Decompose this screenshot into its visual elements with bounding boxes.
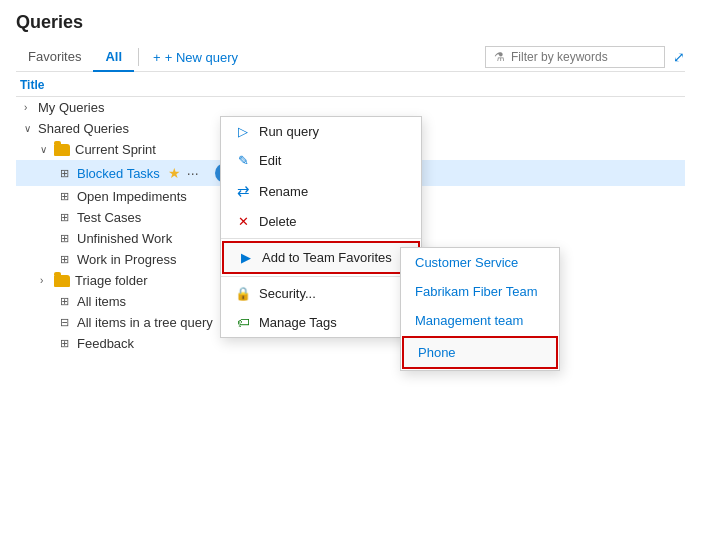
tree-row[interactable]: › My Queries [16, 97, 685, 118]
menu-item-label: Add to Team Favorites [262, 250, 392, 265]
folder-icon [54, 144, 70, 156]
new-query-button[interactable]: + + New query [143, 45, 248, 70]
menu-item-label: Delete [259, 214, 297, 229]
rename-icon: ⇄ [235, 182, 251, 200]
submenu-item-management-team[interactable]: Management team [401, 306, 559, 335]
tags-icon: 🏷 [235, 315, 251, 330]
tab-all[interactable]: All [93, 43, 134, 72]
menu-item-run-query[interactable]: ▷ Run query [221, 117, 421, 146]
blocked-tasks-label[interactable]: Blocked Tasks [77, 166, 160, 181]
lock-icon: 🔒 [235, 286, 251, 301]
submenu-item-customer-service[interactable]: Customer Service [401, 248, 559, 277]
delete-icon: ✕ [235, 214, 251, 229]
star-icon[interactable]: ★ [168, 165, 181, 181]
query-icon: ⊞ [56, 190, 72, 204]
tree-item-label: My Queries [38, 100, 104, 115]
menu-divider [221, 276, 421, 277]
menu-item-label: Security... [259, 286, 316, 301]
plus-icon: + [153, 50, 161, 65]
tree-item-label: All items in a tree query [77, 315, 213, 330]
context-menu: ▷ Run query ✎ Edit ⇄ Rename ✕ Delete ▶ A… [220, 116, 422, 338]
edit-icon: ✎ [235, 153, 251, 168]
tree-item-label: Test Cases [77, 210, 141, 225]
page-title: Queries [16, 12, 685, 33]
new-query-label: + New query [165, 50, 238, 65]
tree-item-label: Unfinished Work [77, 231, 172, 246]
menu-item-rename[interactable]: ⇄ Rename [221, 175, 421, 207]
menu-item-label: Rename [259, 184, 308, 199]
more-options-icon[interactable]: ··· [187, 165, 199, 181]
query-icon: ⊞ [56, 211, 72, 225]
row-actions: ★ ··· [168, 165, 199, 181]
menu-item-delete[interactable]: ✕ Delete [221, 207, 421, 236]
submenu-arrow-icon: ▶ [238, 250, 254, 265]
query-icon: ⊞ [56, 232, 72, 246]
tree-item-label: All items [77, 294, 126, 309]
tree-item-label: Work in Progress [77, 252, 176, 267]
expand-icon[interactable]: ⤢ [673, 49, 685, 65]
menu-item-label: Edit [259, 153, 281, 168]
query-icon: ⊞ [56, 295, 72, 309]
tab-divider [138, 48, 139, 66]
tabs-bar: Favorites All + + New query ⚗ ⤢ [16, 43, 685, 72]
submenu-item-phone[interactable]: Phone [402, 336, 558, 369]
filter-input-wrap: ⚗ [485, 46, 665, 68]
menu-item-add-to-team-favorites[interactable]: ▶ Add to Team Favorites › [222, 241, 420, 274]
chevron-down-icon: ∨ [24, 123, 38, 134]
folder-icon [54, 275, 70, 287]
filter-icon: ⚗ [494, 50, 505, 64]
menu-item-label: Manage Tags [259, 315, 337, 330]
submenu: Customer Service Fabrikam Fiber Team Man… [400, 247, 560, 371]
tree-item-label: Triage folder [75, 273, 148, 288]
query-icon: ⊞ [56, 337, 72, 351]
query-tree-icon: ⊟ [56, 316, 72, 330]
tree-item-label: Shared Queries [38, 121, 129, 136]
submenu-item-fabrikam[interactable]: Fabrikam Fiber Team [401, 277, 559, 306]
menu-item-label: Run query [259, 124, 319, 139]
filter-area: ⚗ ⤢ [485, 46, 685, 68]
tree-item-label: Current Sprint [75, 142, 156, 157]
page-container: Queries Favorites All + + New query ⚗ ⤢ … [0, 0, 701, 366]
query-icon: ⊞ [56, 253, 72, 267]
tree-item-label: Feedback [77, 336, 134, 351]
tree-item-label: Open Impediments [77, 189, 187, 204]
menu-divider [221, 238, 421, 239]
menu-item-security[interactable]: 🔒 Security... [221, 279, 421, 308]
menu-item-manage-tags[interactable]: 🏷 Manage Tags [221, 308, 421, 337]
column-header: Title [16, 72, 685, 97]
run-icon: ▷ [235, 124, 251, 139]
query-icon: ⊞ [56, 166, 72, 180]
chevron-right-icon: › [24, 102, 38, 113]
menu-item-edit[interactable]: ✎ Edit [221, 146, 421, 175]
chevron-right-icon: › [40, 275, 54, 286]
filter-input[interactable] [511, 50, 656, 64]
chevron-down-icon: ∨ [40, 144, 54, 155]
tab-favorites[interactable]: Favorites [16, 43, 93, 72]
